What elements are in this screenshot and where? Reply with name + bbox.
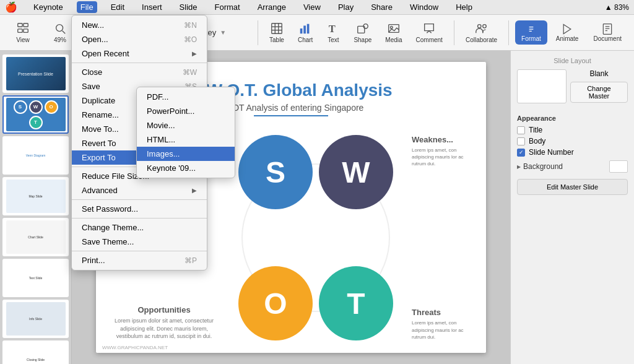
menubar-play[interactable]: Play [334, 1, 357, 13]
submenu-pdf[interactable]: PDF... [137, 90, 235, 104]
export-submenu: PDF... PowerPoint... Movie... HTML... Im… [136, 87, 235, 178]
menu-save-theme[interactable]: Save Theme... [72, 235, 207, 249]
collaborate-button[interactable]: Collaborate [461, 19, 502, 46]
submenu-keynote09[interactable]: Keynote '09... [137, 161, 235, 175]
title-checkbox[interactable] [517, 126, 525, 134]
slide-thumb-3[interactable]: 3 Venn Diagram [2, 136, 69, 175]
apple-menu[interactable]: 🍎 [5, 1, 17, 13]
slide-thumb-7[interactable]: 7 Info Slide [2, 300, 69, 338]
chart-button[interactable]: Chart [293, 19, 318, 46]
menubar-slide[interactable]: Slide [176, 1, 201, 13]
opportunities-label: Opportunities [108, 305, 220, 314]
change-master-button[interactable]: Change Master [570, 82, 628, 103]
svg-rect-2 [18, 29, 22, 32]
document-panel-button[interactable]: Document [587, 20, 628, 45]
svg-line-5 [63, 31, 66, 34]
menubar-file[interactable]: File [77, 1, 97, 13]
slide-thumb-1[interactable]: 1 Presentation Slide [2, 54, 69, 93]
menu-close[interactable]: Close ⌘W [72, 65, 207, 79]
menubar-keynote[interactable]: Keynote [30, 1, 67, 13]
edit-master-button[interactable]: Edit Master Slide [517, 179, 628, 195]
zoom-label: 49% [54, 37, 66, 43]
swot-o-circle: O [238, 266, 313, 340]
slide-number-checkbox-row: Slide Number [517, 148, 628, 157]
slide-thumb-5[interactable]: 5 Chart Slide [2, 218, 69, 256]
slide-thumb-4[interactable]: 4 Map Slide [2, 177, 69, 215]
title-checkbox-label: Title [529, 126, 542, 134]
text-label: Text [328, 37, 339, 43]
view-button[interactable]: View [11, 19, 35, 46]
text-button[interactable]: T Text [321, 19, 345, 46]
body-checkbox-row: Body [517, 137, 628, 145]
background-row: ▶ Background [517, 160, 628, 173]
submenu-images[interactable]: Images... [137, 147, 235, 161]
menubar-edit[interactable]: Edit [107, 1, 128, 13]
view-icon [16, 22, 30, 35]
svg-point-19 [478, 25, 482, 28]
shape-icon [356, 22, 370, 35]
menubar-format[interactable]: Format [211, 1, 244, 13]
format-panel-button[interactable]: Format [515, 20, 547, 45]
toolbar-divider-4 [508, 20, 509, 45]
menu-open[interactable]: Open... ⌘O [72, 32, 207, 46]
layout-name: Blank [570, 69, 628, 78]
submenu-movie[interactable]: Movie... [137, 118, 235, 132]
chart-icon [298, 22, 312, 35]
menubar-help[interactable]: Help [452, 1, 476, 13]
menu-print[interactable]: Print... ⌘P [72, 253, 207, 267]
zoom-button[interactable]: 49% [48, 19, 72, 46]
table-icon [270, 22, 284, 35]
svg-rect-11 [300, 28, 303, 33]
toolbar-right: Format Animate Document [515, 20, 628, 45]
slide-thumb-8[interactable]: 8 Closing Slide [2, 340, 69, 364]
background-swatch[interactable] [609, 160, 628, 173]
menu-sep-1 [72, 63, 207, 63]
menu-change-theme[interactable]: Change Theme... [72, 220, 207, 235]
layout-info: Blank Change Master [570, 69, 628, 103]
slide-number-checkbox[interactable] [517, 149, 525, 157]
menubar-window[interactable]: Window [406, 1, 442, 13]
menubar-view[interactable]: View [300, 1, 324, 13]
svg-rect-13 [307, 24, 310, 34]
slide-panel: 1 Presentation Slide 2 S W O T 3 Venn Di… [0, 51, 72, 364]
slide-thumb-inner-5: Chart Slide [6, 220, 66, 254]
shape-button[interactable]: Shape [349, 19, 376, 46]
menu-advanced[interactable]: Advanced ▶ [72, 183, 207, 197]
chart-label: Chart [298, 37, 313, 43]
slide-thumb-2[interactable]: 2 S W O T [2, 95, 69, 134]
swot-w-circle: W [319, 135, 393, 209]
appearance-section-title: Appearance [517, 115, 628, 122]
animate-panel-button[interactable]: Animate [550, 20, 585, 45]
slide-underline [254, 115, 328, 116]
media-button[interactable]: Media [380, 19, 407, 46]
svg-marker-22 [563, 25, 571, 34]
submenu-powerpoint[interactable]: PowerPoint... [137, 104, 235, 118]
menu-sep-4 [72, 218, 207, 219]
svg-rect-12 [303, 25, 306, 33]
view-label: View [16, 37, 30, 43]
menu-set-password[interactable]: Set Password... [72, 202, 207, 216]
layout-preview [517, 69, 567, 103]
opportunities-text: Lorem ipsum dolor sit amet, consectetur … [108, 317, 220, 340]
svg-point-18 [390, 26, 393, 28]
weakness-text: Lorem ips amet, con adipiscing mauris lo… [412, 147, 474, 168]
menubar-share[interactable]: Share [367, 1, 396, 13]
text-icon: T [326, 22, 340, 35]
table-button[interactable]: Table [264, 19, 289, 46]
title-chevron-icon: ▼ [220, 29, 226, 36]
swot-s-circle: S [238, 135, 313, 209]
menubar-arrange[interactable]: Arrange [254, 1, 290, 13]
slide-thumb-6[interactable]: 6 Text Slide [2, 259, 69, 297]
menu-new[interactable]: New... ⌘N [72, 18, 207, 32]
svg-rect-0 [18, 24, 22, 27]
comment-button[interactable]: Comment [411, 19, 448, 46]
right-sections: Weaknes... Lorem ips amet, con adipiscin… [412, 123, 474, 353]
svg-point-4 [56, 25, 63, 32]
menu-open-recent[interactable]: Open Recent ▶ [72, 46, 207, 61]
svg-rect-23 [604, 24, 612, 35]
submenu-html[interactable]: HTML... [137, 132, 235, 147]
slide-thumb-inner-8: Closing Slide [6, 343, 66, 364]
body-checkbox[interactable] [517, 137, 525, 145]
format-icon [525, 23, 537, 35]
menubar-insert[interactable]: Insert [138, 1, 166, 13]
